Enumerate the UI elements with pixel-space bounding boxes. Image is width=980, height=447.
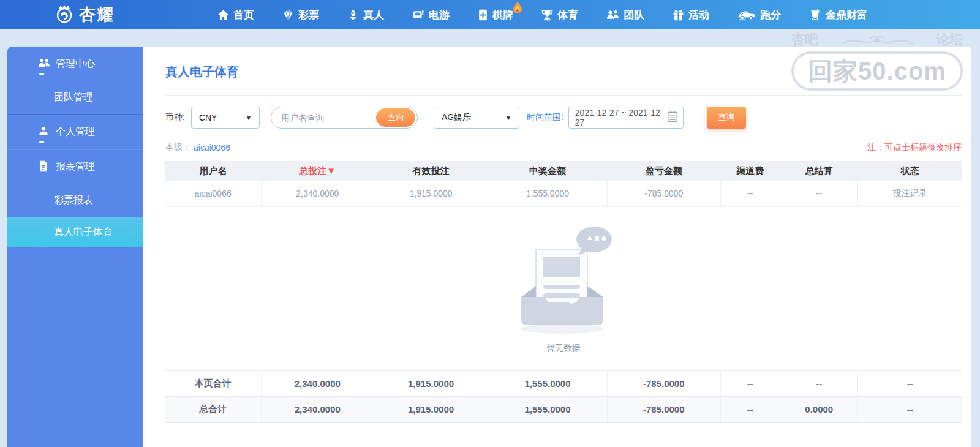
page-total-win-amount: 1,555.0000	[488, 370, 607, 396]
team-icon	[38, 58, 50, 70]
sidebar-item-label: 彩票报表	[54, 194, 93, 207]
nav-item-wealth[interactable]: 金鼎财富	[809, 8, 867, 22]
currency-select[interactable]: CNY ▼	[191, 107, 260, 129]
cell-total-bet: 2,340.0000	[261, 181, 374, 206]
grand-total-status: --	[858, 396, 962, 422]
nav-item-sports[interactable]: 体育	[541, 8, 578, 22]
col-header-username[interactable]: 用户名	[165, 161, 261, 181]
sidebar-item-label: 个人管理	[56, 126, 95, 138]
nav-item-live[interactable]: 真人	[347, 8, 384, 22]
platform-select[interactable]: AG娱乐 ▼	[434, 107, 519, 129]
date-range-input[interactable]: 2021-12-27 ~ 2021-12-27	[568, 107, 684, 129]
title-divider	[165, 95, 962, 96]
search-button[interactable]: 查询	[707, 107, 746, 129]
nav-label: 团队	[624, 8, 644, 22]
nav-item-activity[interactable]: 活动	[673, 8, 709, 22]
nav-item-home[interactable]: 首页	[217, 8, 254, 22]
collapse-indicator	[39, 73, 44, 75]
main-menu: 首页 彩票 真人 电游 棋牌 体育 团队	[217, 8, 867, 22]
cell-valid-bet: 1,915.0000	[374, 181, 488, 206]
sidebar-item-label: 真人电子体育	[54, 226, 113, 239]
page-total-valid-bet: 1,915.0000	[374, 370, 488, 396]
username-search-group: 查询	[271, 107, 418, 129]
currency-label: 币种:	[165, 112, 185, 123]
grand-total-settlement: 0.0000	[780, 396, 858, 422]
sidebar-item-admin-center[interactable]: 管理中心	[7, 47, 143, 81]
col-header-status[interactable]: 状态	[858, 161, 962, 181]
page-total-channel-fee: --	[720, 370, 780, 396]
flame-icon	[512, 2, 523, 14]
col-header-win-amount[interactable]: 中奖金额	[488, 161, 607, 181]
grand-total-win-amount: 1,555.0000	[488, 396, 607, 422]
nav-label: 体育	[557, 8, 578, 22]
nav-label: 电游	[429, 8, 450, 22]
sidebar-item-label: 管理中心	[56, 58, 95, 70]
level-account-link[interactable]: aicai0066	[194, 143, 230, 152]
grand-total-valid-bet: 1,915.0000	[374, 396, 488, 422]
page-title: 真人电子体育	[165, 47, 962, 80]
col-header-profit-loss[interactable]: 盈亏金额	[607, 161, 720, 181]
platform-select-value: AG娱乐	[442, 112, 471, 123]
sidebar-item-personal-management[interactable]: 个人管理	[7, 115, 143, 149]
sidebar-item-live-esports[interactable]: 真人电子体育	[7, 217, 143, 247]
username-search-input[interactable]	[281, 113, 373, 122]
nav-label: 彩票	[298, 8, 319, 22]
nav-item-lottery[interactable]: 彩票	[282, 8, 319, 22]
col-header-valid-bet[interactable]: 有效投注	[374, 161, 488, 181]
col-header-total-bet-sorted[interactable]: 总投注▼	[261, 161, 374, 181]
grand-total-profit-loss: -785.0000	[607, 396, 720, 422]
cell-username: aicai0066	[165, 181, 261, 206]
nav-label: 金鼎财富	[826, 8, 867, 22]
sidebar: 管理中心 团队管理 个人管理 报表管理 彩票报表 真人电子体育	[7, 47, 143, 447]
sidebar-item-lottery-report[interactable]: 彩票报表	[7, 184, 143, 217]
table-header-row: 用户名 总投注▼ 有效投注 中奖金额 盈亏金额 渠道费 总结算 状态	[165, 161, 962, 181]
grand-total-label: 总合计	[165, 396, 261, 422]
empty-state-text: 暂无数据	[546, 343, 581, 354]
lottery-icon	[282, 9, 294, 21]
nav-label: 首页	[233, 8, 254, 22]
currency-select-value: CNY	[199, 113, 217, 122]
col-header-channel-fee[interactable]: 渠道费	[720, 161, 780, 181]
level-row: 本级： aicai0066 注：可点击标题修改排序	[165, 142, 962, 153]
crown-shield-icon	[54, 3, 75, 26]
sidebar-item-label: 报表管理	[56, 160, 95, 173]
sidebar-item-team-management[interactable]: 团队管理	[7, 81, 143, 114]
nav-item-egame[interactable]: 电游	[412, 8, 450, 22]
brand-logo[interactable]: 杏耀	[54, 3, 115, 26]
sidebar-item-report-management[interactable]: 报表管理	[7, 149, 143, 184]
empty-state-row: 暂无数据	[165, 206, 962, 370]
filter-bar: 币种: CNY ▼ 查询 AG娱乐 ▼ 时间范围: 2021-12-27 ~ 2…	[165, 107, 962, 129]
activity-icon	[673, 9, 684, 21]
user-icon	[38, 126, 50, 138]
page-total-total-bet: 2,340.0000	[261, 370, 374, 396]
top-nav: 杏耀 首页 彩票 真人 电游 棋牌 体育	[0, 0, 980, 29]
nav-item-board-games[interactable]: 棋牌	[478, 8, 513, 22]
bet-record-link[interactable]: 投注记录	[858, 181, 962, 206]
team-icon	[606, 9, 619, 21]
collapse-indicator	[39, 141, 44, 143]
cell-channel-fee: --	[720, 181, 780, 206]
wealth-cauldron-icon	[809, 9, 821, 21]
col-header-settlement[interactable]: 总结算	[780, 161, 858, 181]
chevron-down-icon: ▼	[505, 115, 511, 121]
date-range-label: 时间范围:	[527, 112, 564, 123]
nav-item-team[interactable]: 团队	[606, 8, 644, 22]
date-range-value: 2021-12-27 ~ 2021-12-27	[575, 108, 667, 127]
cell-profit-loss: -785.0000	[607, 181, 720, 206]
sidebar-item-label: 团队管理	[54, 91, 93, 104]
report-table: 用户名 总投注▼ 有效投注 中奖金额 盈亏金额 渠道费 总结算 状态 aicai…	[165, 161, 962, 423]
sports-icon	[541, 9, 553, 21]
grand-total-channel-fee: --	[720, 396, 780, 422]
sort-hint-note: 注：可点击标题修改排序	[867, 142, 962, 153]
home-icon	[217, 9, 229, 21]
grand-total-row: 总合计 2,340.0000 1,915.0000 1,555.0000 -78…	[165, 396, 962, 422]
inline-search-button[interactable]: 查询	[376, 108, 415, 127]
nav-item-paofen[interactable]: 跑分	[737, 8, 781, 22]
nav-label: 棋牌	[492, 8, 513, 22]
grand-total-total-bet: 2,340.0000	[261, 396, 374, 422]
empty-state: 暂无数据	[165, 224, 962, 354]
live-icon	[347, 9, 359, 21]
empty-inbox-illustration	[505, 224, 622, 337]
nav-label: 跑分	[760, 8, 781, 22]
nav-label: 活动	[688, 8, 709, 22]
